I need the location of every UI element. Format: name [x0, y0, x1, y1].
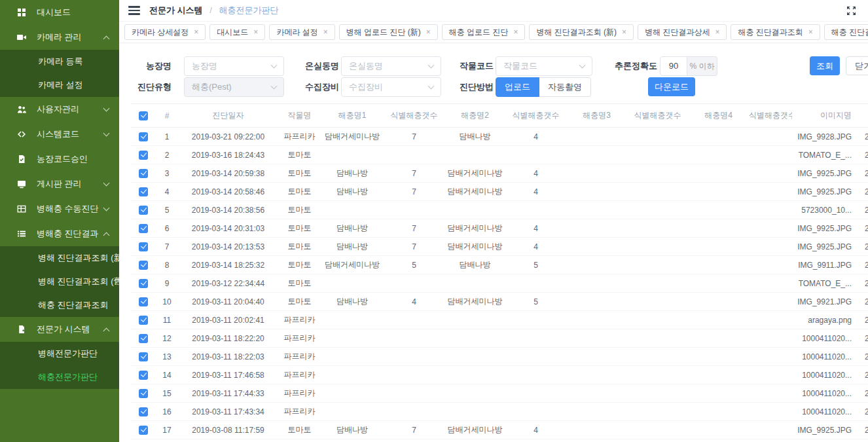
hamburger-menu-icon[interactable]	[128, 4, 140, 17]
row-checkbox[interactable]	[139, 242, 148, 251]
pest-count-2	[505, 403, 566, 421]
row-checkbox[interactable]	[139, 279, 148, 288]
row-number: 13	[156, 348, 178, 366]
pest-count-4	[749, 201, 792, 219]
sidebar-subitem[interactable]: 병해 진단결과조회 (舊)	[0, 270, 119, 293]
tab[interactable]: 해충 진단결과조회×	[731, 24, 820, 40]
received-date: 2018	[854, 421, 868, 439]
row-checkbox-cell	[131, 164, 156, 183]
fullscreen-icon[interactable]	[846, 6, 856, 18]
row-checkbox[interactable]	[139, 389, 148, 398]
sidebar-item[interactable]: 사용자관리	[0, 97, 119, 122]
download-button[interactable]: 다운로드	[648, 77, 695, 96]
sidebar-subitem[interactable]: 해충전문가판단	[0, 365, 119, 389]
users-icon	[17, 105, 27, 114]
tab[interactable]: 대시보드×	[209, 24, 265, 40]
row-number: 10	[156, 293, 178, 311]
crop-name: 토마토	[278, 183, 321, 201]
tab[interactable]: 병해 진단결과상세×	[638, 24, 727, 40]
tab[interactable]: 해충 업로드 진단×	[442, 24, 526, 40]
row-checkbox[interactable]	[139, 334, 148, 343]
row-number: 9	[156, 274, 178, 293]
accuracy-input[interactable]: 90	[660, 56, 687, 76]
row-checkbox[interactable]	[139, 261, 148, 270]
row-checkbox[interactable]	[139, 151, 148, 160]
sidebar-item[interactable]: 병해충 진단결과	[0, 221, 119, 246]
tab-close-icon[interactable]: ×	[426, 28, 431, 37]
pest-name-1	[321, 274, 384, 293]
farm-select[interactable]: 농장명	[184, 56, 284, 76]
row-checkbox[interactable]	[139, 352, 148, 361]
method-auto-capture-button[interactable]: 자동촬영	[539, 77, 591, 97]
crop-code-select[interactable]: 작물코드	[496, 56, 592, 76]
table-row: 132019-03-11 18:22:03파프리카1000411020...20…	[131, 348, 868, 366]
crop-name: 파프리카	[278, 403, 321, 421]
row-checkbox[interactable]	[139, 224, 148, 233]
row-checkbox[interactable]	[139, 371, 148, 380]
received-date: 2019	[854, 403, 868, 421]
row-checkbox[interactable]	[139, 297, 148, 306]
sidebar-item[interactable]: 전문가 시스템	[0, 317, 119, 342]
tab-close-icon[interactable]: ×	[323, 28, 328, 37]
main-content: 전문가 시스템 / 해충전문가판단 카메라 상세설정×대시보드×카메라 설정×병…	[119, 0, 868, 442]
row-checkbox[interactable]	[139, 169, 148, 178]
pest-count-3	[627, 238, 688, 256]
select-all-checkbox[interactable]	[139, 111, 148, 120]
sidebar-subitem[interactable]: 카메라 설정	[0, 73, 119, 97]
tab-label: 해충 업로드 진단	[449, 27, 509, 38]
sidebar-subitem[interactable]: 해충 진단결과조회	[0, 293, 119, 317]
table-header-row: #진단일자작물명해충명1식별해충갯수해충명2식별해충갯수해충명3식별해충갯수해충…	[131, 104, 868, 128]
pest-count-4	[749, 183, 792, 201]
pest-name-4	[688, 256, 749, 274]
table-row: 162019-03-11 17:43:34파프리카1000411020...20…	[131, 403, 868, 421]
sidebar-subitem[interactable]: 병해전문가판단	[0, 342, 119, 365]
row-checkbox[interactable]	[139, 316, 148, 325]
select-all-header-cell	[131, 104, 156, 128]
crop-name: 파프리카	[278, 311, 321, 329]
tab-close-icon[interactable]: ×	[253, 28, 258, 37]
image-name: IMG_9925.JPG	[792, 219, 854, 238]
sidebar-item[interactable]: 농장코드승인	[0, 147, 119, 172]
tab-close-icon[interactable]: ×	[715, 28, 719, 37]
device-select[interactable]: 수집장비	[341, 77, 441, 97]
sidebar-item[interactable]: 시스템코드	[0, 122, 119, 147]
tab-close-icon[interactable]: ×	[622, 28, 626, 37]
tab-close-icon[interactable]: ×	[194, 28, 198, 37]
sidebar-subitem[interactable]: 병해 진단결과조회 (新)	[0, 246, 119, 270]
diagnosis-date: 2019-03-11 17:43:34	[178, 403, 278, 421]
pest-name-1	[321, 311, 384, 329]
column-header: 해충명2	[444, 104, 505, 128]
tab[interactable]: 병해 업로드 진단 (新)×	[339, 24, 438, 40]
accuracy-label: 추론정확도	[606, 56, 657, 76]
tab[interactable]: 카메라 설정×	[269, 24, 335, 40]
crop-name: 토마토	[278, 274, 321, 293]
row-checkbox[interactable]	[139, 187, 148, 196]
tab-close-icon[interactable]: ×	[513, 28, 518, 37]
pest-count-4	[749, 274, 792, 293]
sidebar-item-label: 시스템코드	[37, 128, 104, 140]
pest-count-1	[384, 311, 444, 329]
sidebar-item[interactable]: 게시판 관리	[0, 172, 119, 196]
pest-name-1: 담배나방	[321, 164, 384, 183]
pest-name-3	[566, 421, 627, 439]
row-checkbox[interactable]	[139, 132, 148, 141]
method-upload-button[interactable]: 업로드	[496, 77, 539, 97]
sidebar-item[interactable]: 대시보드	[0, 0, 119, 25]
sidebar-subitem[interactable]: 카메라 등록	[0, 50, 119, 73]
search-button[interactable]: 조회	[810, 56, 840, 75]
tab[interactable]: 카메라 상세설정×	[124, 24, 206, 40]
table-row: 12019-03-21 09:22:00파프리카담배거세미나방7담배나방4IMG…	[131, 128, 868, 146]
close-button[interactable]: 닫기	[846, 56, 868, 75]
tab[interactable]: 병해 진단결과조회 (新)×	[529, 24, 634, 40]
diagnosis-type-select[interactable]: 해충(Pest)	[184, 77, 284, 97]
sidebar-item[interactable]: 카메라 관리	[0, 25, 119, 50]
tab-close-icon[interactable]: ×	[808, 28, 813, 37]
tab[interactable]: 해충 진단결과상세×	[824, 24, 868, 40]
row-checkbox[interactable]	[139, 426, 148, 435]
pest-count-1	[384, 348, 444, 366]
greenhouse-select[interactable]: 온실동명	[341, 56, 441, 76]
row-checkbox[interactable]	[139, 206, 148, 215]
tab-label: 대시보드	[217, 27, 248, 38]
row-checkbox[interactable]	[139, 407, 148, 416]
sidebar-item[interactable]: 병해충 수동진단	[0, 196, 119, 221]
